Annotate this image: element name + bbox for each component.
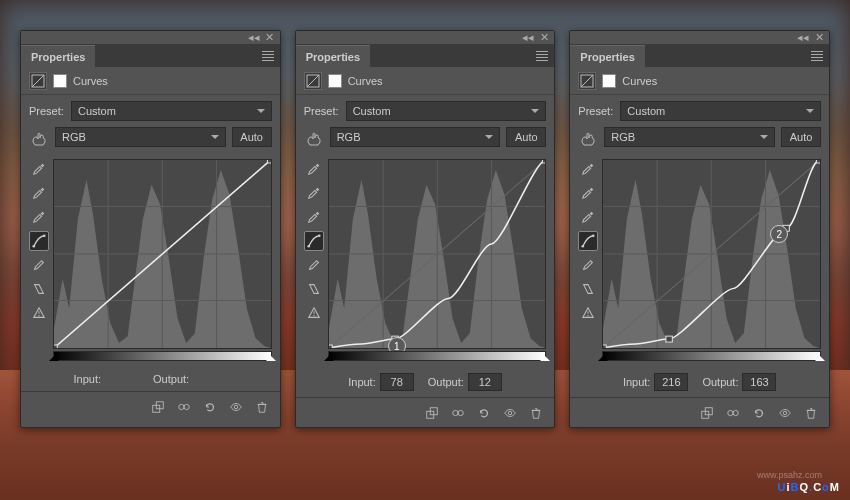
eyedropper-gray-icon[interactable] [304, 183, 324, 203]
svg-point-18 [234, 405, 238, 409]
eyedropper-gray-icon[interactable] [29, 183, 49, 203]
close-icon[interactable]: ✕ [815, 34, 823, 42]
targeted-adjustment-icon[interactable] [304, 128, 324, 146]
eyedropper-white-icon[interactable] [304, 207, 324, 227]
preset-dropdown[interactable]: Custom [620, 101, 821, 121]
close-icon[interactable]: ✕ [266, 34, 274, 42]
svg-point-21 [318, 234, 321, 237]
panel-menu-button[interactable] [805, 45, 829, 67]
collapse-left-icon[interactable]: ◂◂ [524, 34, 532, 42]
channel-dropdown[interactable]: RGB [55, 127, 226, 147]
svg-point-40 [582, 245, 585, 248]
white-point-handle[interactable] [540, 351, 550, 361]
mask-icon[interactable] [328, 74, 342, 88]
clip-tool-icon[interactable] [304, 279, 324, 299]
trash-icon[interactable] [254, 399, 270, 415]
preset-label: Preset: [578, 105, 614, 117]
visibility-icon[interactable] [228, 399, 244, 415]
pencil-tool-icon[interactable] [29, 255, 49, 275]
svg-point-36 [453, 410, 458, 415]
svg-point-43 [588, 315, 589, 316]
tab-properties[interactable]: Properties [296, 45, 370, 67]
svg-rect-51 [603, 345, 606, 348]
tab-properties[interactable]: Properties [21, 45, 95, 67]
black-point-handle[interactable] [324, 351, 334, 361]
black-point-handle[interactable] [49, 351, 59, 361]
reset-icon[interactable] [751, 405, 767, 421]
channel-dropdown[interactable]: RGB [330, 127, 501, 147]
eyedropper-gray-icon[interactable] [578, 183, 598, 203]
curves-graph[interactable]: 1 [328, 159, 547, 349]
output-label: Output: [153, 373, 189, 385]
mask-icon[interactable] [53, 74, 67, 88]
auto-button[interactable]: Auto [232, 127, 272, 147]
curve-tool-icon[interactable] [578, 231, 598, 251]
clip-tool-icon[interactable] [29, 279, 49, 299]
svg-point-17 [184, 404, 189, 409]
watermark-logo: UiBQ.CoM [778, 477, 840, 494]
curve-tool-icon[interactable] [29, 231, 49, 251]
close-icon[interactable]: ✕ [540, 34, 548, 42]
collapse-left-icon[interactable]: ◂◂ [799, 34, 807, 42]
curves-graph[interactable] [53, 159, 272, 349]
preset-dropdown[interactable]: Custom [346, 101, 547, 121]
visibility-icon[interactable] [777, 405, 793, 421]
curve-tool-icon[interactable] [304, 231, 324, 251]
trash-icon[interactable] [528, 405, 544, 421]
pencil-tool-icon[interactable] [578, 255, 598, 275]
auto-button[interactable]: Auto [506, 127, 546, 147]
input-label: Input: [74, 373, 102, 385]
reset-icon[interactable] [202, 399, 218, 415]
section-title: Curves [622, 75, 657, 87]
channel-dropdown[interactable]: RGB [604, 127, 775, 147]
svg-rect-52 [817, 160, 820, 163]
pencil-tool-icon[interactable] [304, 255, 324, 275]
svg-point-37 [458, 410, 463, 415]
properties-panel: ◂◂ ✕ Properties Curves Preset: Custom RG… [295, 30, 556, 428]
gradient-slider[interactable] [602, 351, 821, 361]
warning-icon [29, 303, 49, 323]
preset-dropdown[interactable]: Custom [71, 101, 272, 121]
targeted-adjustment-icon[interactable] [578, 128, 598, 146]
warning-icon [578, 303, 598, 323]
mask-icon[interactable] [602, 74, 616, 88]
preset-label: Preset: [29, 105, 65, 117]
white-point-handle[interactable] [266, 351, 276, 361]
view-previous-icon[interactable] [176, 399, 192, 415]
output-label: Output: [702, 376, 738, 388]
panel-menu-button[interactable] [256, 45, 280, 67]
eyedropper-black-icon[interactable] [578, 159, 598, 179]
eyedropper-black-icon[interactable] [29, 159, 49, 179]
output-label: Output: [428, 376, 464, 388]
svg-rect-13 [267, 160, 270, 163]
targeted-adjustment-icon[interactable] [29, 128, 49, 146]
tab-properties[interactable]: Properties [570, 45, 644, 67]
panel-menu-button[interactable] [530, 45, 554, 67]
input-output-row: Input: Output: [296, 367, 555, 397]
gradient-slider[interactable] [53, 351, 272, 361]
visibility-icon[interactable] [502, 405, 518, 421]
reset-icon[interactable] [476, 405, 492, 421]
svg-point-57 [728, 410, 733, 415]
black-point-handle[interactable] [598, 351, 608, 361]
eyedropper-black-icon[interactable] [304, 159, 324, 179]
eyedropper-white-icon[interactable] [29, 207, 49, 227]
curves-graph[interactable]: 2 [602, 159, 821, 349]
gradient-slider[interactable] [328, 351, 547, 361]
clip-tool-icon[interactable] [578, 279, 598, 299]
output-field[interactable] [742, 373, 776, 391]
input-field[interactable] [654, 373, 688, 391]
eyedropper-white-icon[interactable] [578, 207, 598, 227]
collapse-left-icon[interactable]: ◂◂ [250, 34, 258, 42]
svg-point-16 [178, 404, 183, 409]
auto-button[interactable]: Auto [781, 127, 821, 147]
input-field[interactable] [380, 373, 414, 391]
view-previous-icon[interactable] [450, 405, 466, 421]
trash-icon[interactable] [803, 405, 819, 421]
view-previous-icon[interactable] [725, 405, 741, 421]
clip-to-layer-icon[interactable] [150, 399, 166, 415]
white-point-handle[interactable] [815, 351, 825, 361]
clip-to-layer-icon[interactable] [424, 405, 440, 421]
clip-to-layer-icon[interactable] [699, 405, 715, 421]
output-field[interactable] [468, 373, 502, 391]
